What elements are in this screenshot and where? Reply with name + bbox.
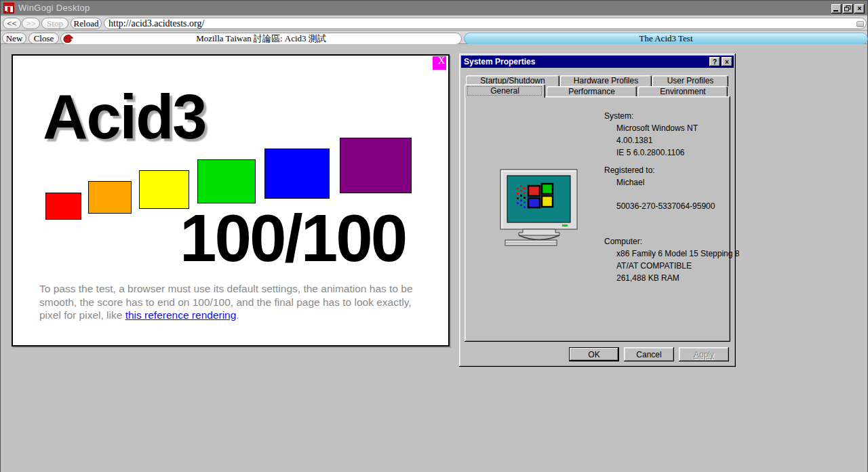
tab-environment[interactable]: Environment [638, 86, 728, 97]
os-name: Microsoft Windows NT [616, 123, 698, 133]
address-text: http://acid3.acidtests.org/ [108, 18, 204, 29]
registered-label: Registered to: [604, 165, 655, 175]
address-bar[interactable]: http://acid3.acidtests.org/ [104, 18, 867, 29]
window-titlebar[interactable]: WinGogi Desktop × [1, 1, 867, 16]
paragraph-period: . [236, 309, 239, 321]
acid3-score: 100/100 [180, 205, 406, 271]
window-title: WinGogi Desktop [18, 3, 90, 13]
close-tab-button[interactable]: Close [28, 33, 59, 44]
new-tab-button[interactable]: New [2, 33, 26, 44]
tab-bar: New Close Mozilla Taiwan 討論區: Acid3 測試 T… [1, 31, 867, 44]
minimize-icon [833, 10, 838, 12]
registered-name: Michael [616, 178, 644, 187]
cancel-button[interactable]: Cancel [624, 347, 674, 361]
acid3-rect-blue [264, 149, 330, 199]
tab-general[interactable]: General [465, 84, 545, 98]
reload-button[interactable]: Reload [71, 18, 102, 29]
tab-user-profiles[interactable]: User Profiles [652, 75, 728, 86]
os-version: 4.00.1381 [616, 136, 652, 145]
system-properties-dialog: System Properties ? × Startup/Shutdown H… [459, 54, 736, 367]
restore-icon [844, 5, 851, 12]
mozilla-dino-icon [63, 34, 74, 43]
forward-button[interactable]: >> [22, 18, 40, 29]
cpu-info: x86 Family 6 Model 15 Stepping 8 [616, 249, 739, 258]
general-tab-panel: System: Microsoft Windows NT 4.00.1381 I… [465, 96, 730, 342]
back-button[interactable]: << [3, 18, 21, 29]
acid3-paragraph: To pass the test, a browser must use its… [39, 282, 422, 322]
product-id: 50036-270-5337064-95900 [616, 201, 715, 211]
tab-performance[interactable]: Performance [547, 86, 637, 97]
tab-label: Mozilla Taiwan 討論區: Acid3 測試 [196, 33, 326, 45]
apply-button[interactable]: Apply [679, 347, 729, 361]
acid3-rect-red [45, 193, 81, 220]
ok-button[interactable]: OK [569, 347, 619, 361]
tab-acid3-test[interactable]: The Acid3 Test [464, 33, 868, 45]
dialog-titlebar-buttons: ? × [709, 57, 732, 66]
wingogi-desktop-window: WinGogi Desktop × << >> Stop Reload http… [0, 0, 868, 472]
dialog-titlebar[interactable]: System Properties ? × [461, 56, 734, 68]
tab-mozilla-taiwan[interactable]: Mozilla Taiwan 討論區: Acid3 測試 [60, 33, 462, 45]
computer-label: Computer: [604, 237, 642, 246]
desktop-area: X Acid3 100/100 To pass the test, a brow… [1, 44, 867, 472]
close-window-button[interactable]: × [854, 4, 865, 14]
dialog-help-button[interactable]: ? [709, 57, 720, 66]
computer-monitor-icon [500, 169, 581, 250]
acid3-close-button[interactable]: X [433, 56, 446, 70]
focus-rectangle [467, 86, 542, 96]
close-icon: × [854, 4, 865, 14]
acid3-heading: Acid3 [43, 85, 206, 148]
wingogi-app-icon [3, 3, 14, 14]
acid3-page-window: X Acid3 100/100 To pass the test, a brow… [12, 54, 450, 347]
dialog-title: System Properties [464, 57, 535, 66]
restore-button[interactable] [843, 4, 853, 14]
stop-button[interactable]: Stop [41, 18, 68, 29]
dialog-close-button[interactable]: × [722, 57, 732, 66]
tab-label: The Acid3 Test [639, 33, 692, 44]
system-label: System: [604, 111, 633, 121]
machine-type: AT/AT COMPATIBLE [616, 261, 692, 271]
minimize-button[interactable] [831, 4, 842, 14]
tab-hardware-profiles[interactable]: Hardware Profiles [560, 75, 652, 86]
go-icon[interactable] [856, 21, 864, 27]
acid3-rect-purple [340, 138, 412, 193]
window-controls: × [831, 4, 865, 14]
acid3-rect-green [197, 159, 256, 203]
reference-rendering-link[interactable]: this reference rendering [125, 309, 237, 321]
ram-info: 261,488 KB RAM [616, 273, 679, 283]
ie-version: IE 5 6.0.2800.1106 [616, 148, 685, 157]
acid3-rect-orange [88, 181, 132, 214]
browser-toolbar: << >> Stop Reload http://acid3.acidtests… [1, 16, 867, 31]
